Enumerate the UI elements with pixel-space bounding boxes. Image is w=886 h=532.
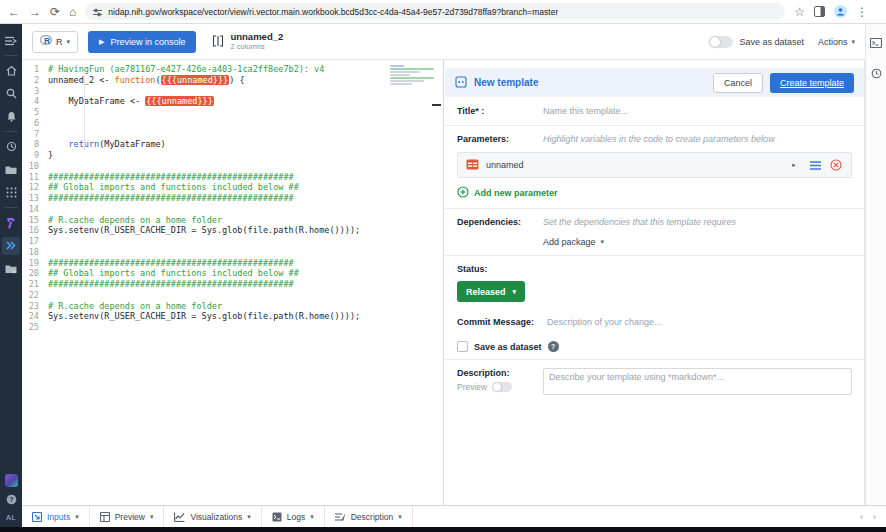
create-template-button[interactable]: Create template (770, 73, 854, 93)
code-line[interactable]: 25 (22, 322, 443, 333)
url-text: nidap.nih.gov/workspace/vector/view/ri.v… (108, 7, 558, 17)
workbook-title[interactable]: unnamed_2 (230, 32, 283, 42)
tab-preview[interactable]: Preview ▾ (90, 506, 165, 527)
code-line[interactable]: 16Sys.setenv(R_USER_CACHE_DIR = Sys.glob… (22, 225, 443, 236)
expand-parameter-icon[interactable]: ▸ (787, 158, 801, 172)
right-rail (865, 24, 886, 505)
line-number: 22 (22, 290, 48, 301)
bottom-tab-bar: Inputs ▾ Preview ▾ Visualizations ▾ Logs… (22, 505, 886, 527)
line-number: 3 (22, 86, 48, 97)
code-line[interactable]: 6 (22, 118, 443, 129)
expand-double-chevron-icon[interactable] (0, 234, 22, 257)
commit-message-input[interactable] (547, 317, 852, 327)
line-number: 6 (22, 118, 48, 129)
code-line[interactable]: 19######################################… (22, 258, 443, 269)
sidebar-divider (4, 55, 18, 56)
code-line[interactable]: 1# HavingFun (ae781167-e427-426e-a403-1c… (22, 64, 443, 75)
description-textarea[interactable] (543, 368, 852, 395)
left-sidebar: ? AL (0, 24, 22, 532)
code-line[interactable]: 8 return(MyDataFrame) (22, 139, 443, 150)
shared-folder-star-icon[interactable] (0, 257, 22, 280)
tab-scroll-left-icon[interactable]: ‹ (860, 512, 863, 522)
code-line[interactable]: 7 (22, 129, 443, 140)
add-package-dropdown[interactable]: Add package ▾ (543, 237, 852, 247)
bookmark-star-icon[interactable]: ☆ (794, 6, 805, 18)
line-number: 7 (22, 129, 48, 140)
browser-menu-icon[interactable]: ⋮ (856, 6, 868, 18)
folder-icon[interactable] (0, 158, 22, 181)
status-section: Status: Released ▾ (445, 256, 864, 310)
code-line[interactable]: 24Sys.setenv(R_USER_CACHE_DIR = Sys.glob… (22, 311, 443, 322)
profile-avatar[interactable] (834, 5, 847, 18)
tab-inputs[interactable]: Inputs ▾ (22, 506, 90, 527)
code-line[interactable]: 2unnamed_2 <- function({{{unnamed}}}) { (22, 75, 443, 86)
title-input[interactable] (543, 106, 852, 116)
code-line[interactable]: 20## Global imports and functions includ… (22, 268, 443, 279)
back-icon[interactable]: ← (8, 6, 20, 18)
menu-toggle-icon[interactable] (0, 29, 22, 52)
home-icon[interactable]: ⌂ (69, 6, 76, 18)
tab-description[interactable]: Description ▾ (325, 506, 413, 527)
line-number: 23 (22, 301, 48, 312)
reload-icon[interactable]: ⟳ (50, 6, 60, 18)
side-panel-icon[interactable] (814, 3, 825, 21)
bottom-strip (0, 527, 886, 532)
app-grid-icon[interactable] (0, 181, 22, 204)
save-as-dataset-toggle[interactable] (709, 36, 733, 48)
svg-text:R: R (44, 36, 50, 46)
status-dropdown[interactable]: Released ▾ (457, 281, 525, 302)
help-icon[interactable]: ? (548, 341, 559, 352)
console-panel-icon[interactable] (870, 34, 882, 52)
tab-visualizations[interactable]: Visualizations ▾ (164, 506, 261, 527)
save-as-dataset-checkbox[interactable] (457, 341, 468, 352)
nidap-logo-icon[interactable] (5, 474, 18, 487)
code-line[interactable]: 11######################################… (22, 172, 443, 183)
code-line[interactable]: 17 (22, 236, 443, 247)
code-line[interactable]: 5 (22, 107, 443, 118)
code-workbook-hammer-icon[interactable] (0, 211, 22, 234)
actions-menu[interactable]: Actions ▾ (818, 37, 855, 47)
remove-parameter-icon[interactable] (829, 158, 843, 172)
preview-in-console-button[interactable]: ▶ Preview in console (88, 31, 196, 53)
tab-scroll-right-icon[interactable]: › (873, 512, 876, 522)
help-icon[interactable]: ? (6, 491, 17, 509)
code-line[interactable]: 10 (22, 161, 443, 172)
language-select[interactable]: R R ▾ (32, 31, 78, 53)
tab-logs[interactable]: Logs ▾ (262, 506, 325, 527)
cancel-button[interactable]: Cancel (713, 73, 763, 93)
chevron-down-icon: ▾ (513, 288, 517, 296)
code-line[interactable]: 4 MyDataFrame <- {{{unnamed}}} (22, 96, 443, 107)
code-line[interactable]: 13######################################… (22, 193, 443, 204)
address-bar[interactable]: nidap.nih.gov/workspace/vector/view/ri.v… (85, 3, 785, 20)
status-label: Status: (457, 264, 543, 274)
parameter-row[interactable]: unnamed ▸ (457, 152, 852, 178)
editor-scrollbar-thumb[interactable] (432, 104, 441, 106)
code-line[interactable]: 23# R.cache depends on a home folder (22, 301, 443, 312)
code-line[interactable]: 15# R.cache depends on a home folder (22, 215, 443, 226)
template-panel-header: New template Cancel Create template (445, 68, 864, 97)
code-line[interactable]: 14 (22, 204, 443, 215)
code-line[interactable]: 18 (22, 247, 443, 258)
code-line[interactable]: 21######################################… (22, 279, 443, 290)
dependencies-hint: Set the dependencies that this template … (543, 217, 736, 227)
parameter-list-icon[interactable] (808, 158, 822, 172)
history-icon[interactable] (0, 135, 22, 158)
code-line[interactable]: 3 (22, 86, 443, 97)
description-label: Description: (457, 368, 535, 378)
code-line[interactable]: 22 (22, 290, 443, 301)
user-initials[interactable]: AL (6, 513, 16, 522)
code-line[interactable]: 12## Global imports and functions includ… (22, 182, 443, 193)
code-line[interactable]: 9} (22, 150, 443, 161)
markdown-preview-toggle[interactable] (492, 382, 512, 392)
code-editor[interactable]: 1# HavingFun (ae781167-e427-426e-a403-1c… (22, 60, 444, 505)
history-panel-icon[interactable] (871, 65, 882, 83)
minimap[interactable] (390, 65, 438, 86)
home-nav-icon[interactable] (0, 59, 22, 82)
search-icon[interactable] (0, 82, 22, 105)
add-new-parameter-button[interactable]: Add new parameter (457, 186, 852, 200)
inputs-icon (32, 512, 42, 522)
site-info-icon[interactable] (93, 3, 102, 21)
new-template-panel: New template Cancel Create template Titl… (445, 60, 865, 505)
notifications-bell-icon[interactable] (0, 105, 22, 128)
forward-icon[interactable]: → (29, 6, 41, 18)
